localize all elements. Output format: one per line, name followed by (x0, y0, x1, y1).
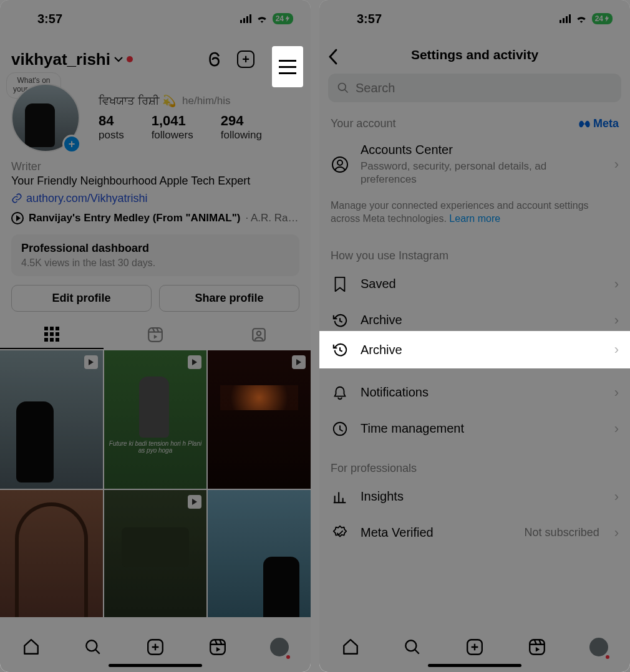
chevron-right-icon: › (614, 489, 619, 505)
post-item[interactable] (0, 350, 103, 489)
section-for-pros: For professionals (331, 462, 417, 475)
bio-link[interactable]: authory.com/Vikhyatrishi (11, 191, 299, 206)
row-notifications[interactable]: Notifications› (319, 375, 630, 411)
tab-tagged[interactable] (207, 320, 311, 349)
reels-icon (147, 327, 163, 343)
svg-point-3 (87, 640, 97, 651)
post-item[interactable] (104, 490, 207, 628)
link-icon (11, 193, 22, 204)
chart-icon (331, 487, 349, 506)
meta-icon (578, 120, 591, 128)
svg-point-2 (257, 332, 261, 336)
learn-more-link[interactable]: Learn more (449, 213, 500, 224)
plus-square-icon (465, 638, 484, 656)
avatar-container[interactable]: What's on your playli… + (11, 84, 80, 152)
pronouns: he/him/his (182, 95, 230, 107)
clock: 3:57 (37, 12, 62, 26)
chevron-right-icon: › (614, 342, 619, 358)
row-insights[interactable]: Insights› (319, 479, 630, 515)
post-item[interactable] (208, 490, 311, 628)
posts-stat[interactable]: 84posts (99, 113, 124, 142)
cellular-icon (240, 14, 251, 23)
reels-icon (208, 638, 227, 656)
home-indicator (109, 664, 202, 667)
nav-profile[interactable] (269, 637, 289, 657)
archive-icon (331, 340, 349, 359)
user-circle-icon (331, 155, 349, 174)
plus-square-icon (146, 638, 165, 656)
nav-create[interactable] (145, 637, 165, 657)
chevron-left-icon (328, 49, 338, 65)
add-story-icon[interactable]: + (62, 135, 81, 153)
professional-dashboard-button[interactable]: Professional dashboard 4.5K views in the… (11, 234, 299, 276)
row-saved[interactable]: Saved› (319, 266, 630, 302)
cellular-icon (560, 14, 571, 23)
page-title: Settings and activity (331, 47, 619, 62)
tab-reels[interactable] (104, 320, 207, 349)
meta-verified-status: Not subscribed (525, 526, 599, 539)
nav-search[interactable] (402, 637, 422, 657)
row-time-management[interactable]: Time management› (319, 411, 630, 447)
meta-logo: Meta (578, 117, 619, 130)
nav-profile[interactable] (589, 637, 609, 657)
bell-icon (331, 383, 349, 402)
tab-grid[interactable] (0, 320, 104, 349)
chevron-right-icon: › (614, 276, 619, 292)
edit-profile-button[interactable]: Edit profile (11, 285, 152, 312)
music-row[interactable]: Ranvijay's Entry Medley (From "ANIMAL") … (11, 212, 299, 224)
share-profile-button[interactable]: Share profile (159, 285, 299, 312)
profile-screen: 3:57 24 vikhyat_rishi + (0, 0, 311, 672)
profile-tabs (0, 320, 311, 349)
chevron-right-icon: › (614, 385, 619, 401)
bio-text: Your Friendly Neighbourhood Apple Tech E… (11, 174, 299, 188)
svg-rect-13 (530, 640, 545, 655)
notification-dot-icon (606, 655, 609, 659)
reels-icon (528, 638, 546, 656)
search-icon (403, 638, 422, 656)
notification-dot-icon (127, 56, 133, 62)
grid-icon (44, 327, 59, 342)
notification-dot-icon (286, 655, 290, 659)
clock: 3:57 (357, 12, 382, 26)
nav-search[interactable] (83, 637, 103, 657)
bookmark-icon (331, 275, 349, 294)
nav-home[interactable] (341, 637, 361, 657)
username-button[interactable]: vikhyat_rishi (11, 50, 133, 69)
following-stat[interactable]: 294following (221, 113, 262, 142)
reels-badge-icon (188, 355, 201, 369)
archive-highlight[interactable]: Archive› (319, 331, 630, 368)
section-how-you-use: How you use Instagram (331, 249, 448, 262)
search-icon (84, 638, 102, 656)
accounts-subtitle: Password, security, personal details, ad… (361, 160, 603, 186)
wifi-icon (256, 14, 268, 23)
nav-reels[interactable] (208, 637, 228, 657)
tagged-icon (251, 327, 267, 343)
battery-icon: 24 (592, 13, 613, 24)
back-button[interactable] (328, 49, 338, 65)
post-item[interactable] (0, 490, 103, 628)
followers-stat[interactable]: 1,041followers (152, 113, 193, 142)
post-item[interactable]: Future ki badi tension hori h Plani as p… (104, 350, 207, 489)
svg-rect-0 (148, 328, 162, 342)
clock-icon (331, 420, 349, 438)
display-name: ਵਿਖਯਾਤ ਰਿਸ਼ੀ 💫 (99, 94, 176, 108)
search-placeholder: Search (356, 81, 395, 95)
chevron-right-icon: › (614, 525, 619, 541)
avatar-icon (270, 638, 289, 656)
status-bar: 3:57 24 (0, 0, 311, 37)
row-meta-verified[interactable]: Meta Verified Not subscribed › (319, 515, 630, 551)
nav-create[interactable] (465, 637, 485, 657)
create-icon[interactable]: + (237, 50, 254, 68)
nav-reels[interactable] (527, 637, 547, 657)
row-accounts-center[interactable]: Accounts Center Password, security, pers… (319, 134, 630, 195)
status-icons: 24 (560, 13, 613, 24)
search-input[interactable]: Search (328, 74, 621, 102)
status-bar: 3:57 24 (319, 0, 630, 37)
battery-icon: 24 (273, 13, 293, 24)
nav-home[interactable] (21, 637, 41, 657)
hamburger-menu-highlight[interactable] (272, 46, 303, 87)
posts-grid: Future ki badi tension hori h Plani as p… (0, 350, 311, 629)
threads-icon[interactable] (206, 50, 223, 68)
post-item[interactable] (208, 350, 311, 489)
settings-header: Settings and activity (319, 37, 630, 69)
